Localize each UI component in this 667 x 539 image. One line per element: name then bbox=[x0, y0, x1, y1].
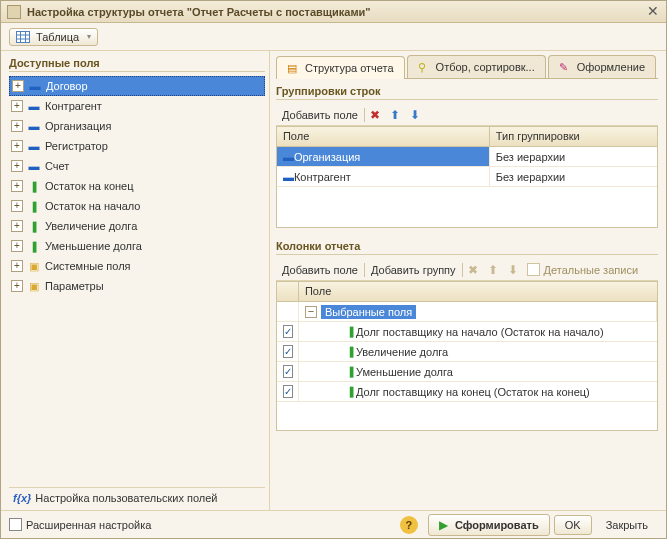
delete-icon[interactable]: ✖ bbox=[365, 108, 385, 122]
expand-icon[interactable]: + bbox=[11, 160, 23, 172]
expand-icon[interactable]: + bbox=[11, 260, 23, 272]
columns-grid[interactable]: Поле − Выбранные поля ✓❚Долг поставщику … bbox=[276, 281, 658, 431]
selected-fields-node[interactable]: Выбранные поля bbox=[321, 305, 416, 319]
grouping-field-label: Организация bbox=[294, 151, 360, 163]
resource-icon: ❚ bbox=[347, 345, 356, 358]
tree-item-label: Счет bbox=[45, 160, 69, 172]
close-icon[interactable]: ✕ bbox=[644, 4, 662, 20]
detail-records-checkbox[interactable]: Детальные записи bbox=[527, 263, 638, 276]
columns-grid-header: Поле bbox=[299, 282, 657, 301]
expand-icon[interactable]: + bbox=[11, 220, 23, 232]
tree-item-label: Остаток на начало bbox=[45, 200, 140, 212]
filter-icon: ⚲ bbox=[418, 61, 432, 74]
attribute-icon: ▬ bbox=[27, 160, 41, 172]
tab-structure-label: Структура отчета bbox=[305, 62, 394, 74]
checkbox[interactable]: ✓ bbox=[283, 385, 293, 398]
resource-icon: ❚ bbox=[27, 220, 41, 233]
expand-icon[interactable]: + bbox=[11, 120, 23, 132]
add-group-button[interactable]: Добавить группу bbox=[365, 264, 462, 276]
tree-item[interactable]: +❚Уменьшение долга bbox=[9, 236, 265, 256]
grouping-type-label: Без иерархии bbox=[490, 167, 657, 186]
form-button[interactable]: ▶ Сформировать bbox=[428, 514, 550, 536]
tree-item[interactable]: +❚Увеличение долга bbox=[9, 216, 265, 236]
expand-icon[interactable]: + bbox=[11, 200, 23, 212]
close-button[interactable]: Закрыть bbox=[596, 516, 658, 534]
fx-icon: f{x} bbox=[13, 492, 31, 504]
tree-item-label: Остаток на конец bbox=[45, 180, 134, 192]
play-icon: ▶ bbox=[439, 518, 448, 532]
column-field-label: Увеличение долга bbox=[356, 346, 448, 358]
tab-design[interactable]: ✎ Оформление bbox=[548, 55, 656, 78]
collapse-icon[interactable]: − bbox=[305, 306, 317, 318]
design-icon: ✎ bbox=[559, 61, 573, 74]
available-fields-tree[interactable]: +▬Договор+▬Контрагент+▬Организация+▬Реги… bbox=[9, 76, 265, 487]
column-row[interactable]: ✓❚Долг поставщику на конец (Остаток на к… bbox=[277, 382, 657, 402]
tree-item[interactable]: +▬Контрагент bbox=[9, 96, 265, 116]
grouping-row[interactable]: ▬ОрганизацияБез иерархии bbox=[277, 147, 657, 167]
extended-settings-checkbox[interactable]: Расширенная настройка bbox=[9, 518, 400, 531]
tree-item[interactable]: +▬Организация bbox=[9, 116, 265, 136]
right-panel: ▤ Структура отчета ⚲ Отбор, сортировк...… bbox=[270, 51, 666, 510]
grouping-type-label: Без иерархии bbox=[490, 147, 657, 166]
delete-icon-disabled: ✖ bbox=[463, 263, 483, 277]
tree-item-label: Уменьшение долга bbox=[45, 240, 142, 252]
checkbox[interactable]: ✓ bbox=[283, 325, 293, 338]
column-row[interactable]: ✓❚Уменьшение долга bbox=[277, 362, 657, 382]
arrow-down-icon[interactable]: ⬇ bbox=[405, 108, 425, 122]
expand-icon[interactable]: + bbox=[11, 180, 23, 192]
resource-icon: ❚ bbox=[347, 365, 356, 378]
tree-item[interactable]: +▬Регистратор bbox=[9, 136, 265, 156]
tree-item[interactable]: +▬Договор bbox=[9, 76, 265, 96]
checkbox[interactable]: ✓ bbox=[283, 345, 293, 358]
tree-item[interactable]: +▣Системные поля bbox=[9, 256, 265, 276]
grouping-row[interactable]: ▬КонтрагентБез иерархии bbox=[277, 167, 657, 187]
add-field-button-cols[interactable]: Добавить поле bbox=[276, 264, 364, 276]
checkbox[interactable]: ✓ bbox=[283, 365, 293, 378]
form-button-label: Сформировать bbox=[455, 519, 539, 531]
help-icon[interactable]: ? bbox=[400, 516, 418, 534]
expand-icon[interactable]: + bbox=[11, 100, 23, 112]
column-field-label: Долг поставщику на конец (Остаток на кон… bbox=[356, 386, 590, 398]
top-toolbar: Таблица ▾ bbox=[1, 23, 666, 51]
columns-toolbar: Добавить поле Добавить группу ✖ ⬆ ⬇ Дета… bbox=[276, 259, 658, 281]
resource-icon: ❚ bbox=[27, 180, 41, 193]
tree-item-label: Параметры bbox=[45, 280, 104, 292]
arrow-up-icon-disabled: ⬆ bbox=[483, 263, 503, 277]
expand-icon[interactable]: + bbox=[11, 240, 23, 252]
attribute-icon: ▬ bbox=[27, 120, 41, 132]
detail-records-label: Детальные записи bbox=[544, 264, 638, 276]
tree-item[interactable]: +▬Счет bbox=[9, 156, 265, 176]
attribute-icon: ▬ bbox=[27, 100, 41, 112]
window-icon bbox=[7, 5, 21, 19]
tab-structure[interactable]: ▤ Структура отчета bbox=[276, 56, 405, 79]
tree-item-label: Системные поля bbox=[45, 260, 131, 272]
tree-item[interactable]: +❚Остаток на начало bbox=[9, 196, 265, 216]
attribute-icon: ▬ bbox=[283, 151, 294, 163]
add-field-button[interactable]: Добавить поле bbox=[276, 109, 364, 121]
tab-filter[interactable]: ⚲ Отбор, сортировк... bbox=[407, 55, 546, 78]
available-fields-panel: Доступные поля +▬Договор+▬Контрагент+▬Ор… bbox=[1, 51, 270, 510]
tab-filter-label: Отбор, сортировк... bbox=[436, 61, 535, 73]
expand-icon[interactable]: + bbox=[11, 280, 23, 292]
ok-button[interactable]: OK bbox=[554, 515, 592, 535]
expand-icon[interactable]: + bbox=[12, 80, 24, 92]
available-fields-title: Доступные поля bbox=[9, 57, 265, 72]
expand-icon[interactable]: + bbox=[11, 140, 23, 152]
resource-icon: ❚ bbox=[27, 200, 41, 213]
groupings-grid[interactable]: Поле Тип группировки ▬ОрганизацияБез иер… bbox=[276, 126, 658, 228]
chevron-down-icon: ▾ bbox=[87, 32, 91, 41]
tree-item-label: Контрагент bbox=[45, 100, 102, 112]
resource-icon: ❚ bbox=[347, 325, 356, 338]
tree-item[interactable]: +❚Остаток на конец bbox=[9, 176, 265, 196]
arrow-up-icon[interactable]: ⬆ bbox=[385, 108, 405, 122]
column-row[interactable]: ✓❚Долг поставщику на начало (Остаток на … bbox=[277, 322, 657, 342]
table-mode-button[interactable]: Таблица ▾ bbox=[9, 28, 98, 46]
grouping-field-label: Контрагент bbox=[294, 171, 351, 183]
column-row[interactable]: ✓❚Увеличение долга bbox=[277, 342, 657, 362]
structure-icon: ▤ bbox=[287, 62, 301, 75]
user-fields-link[interactable]: f{x} Настройка пользовательских полей bbox=[9, 487, 265, 508]
arrow-down-icon-disabled: ⬇ bbox=[503, 263, 523, 277]
resource-icon: ❚ bbox=[347, 385, 356, 398]
column-field-label: Долг поставщику на начало (Остаток на на… bbox=[356, 326, 604, 338]
tree-item[interactable]: +▣Параметры bbox=[9, 276, 265, 296]
